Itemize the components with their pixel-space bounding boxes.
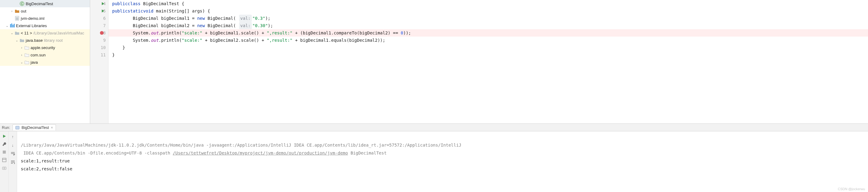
line-number: 7 bbox=[103, 22, 106, 29]
gutter-row[interactable]: 7 bbox=[90, 22, 108, 29]
run-panel-label: Run: bbox=[2, 125, 10, 130]
editor-gutter: 4567891011 bbox=[90, 0, 108, 123]
chevron-down-icon[interactable]: ⌄ bbox=[10, 31, 13, 35]
java-class-icon: C bbox=[20, 1, 25, 6]
chevron-down-icon[interactable]: ⌄ bbox=[15, 39, 18, 42]
svg-rect-5 bbox=[10, 24, 11, 28]
console-stdout-line: scale:2,result:false bbox=[21, 166, 72, 171]
code-editor: 4567891011 public class BigDecimalTest {… bbox=[90, 0, 868, 123]
code-line: } bbox=[108, 44, 868, 51]
tree-item[interactable]: ⌄External Libraries bbox=[0, 22, 90, 29]
svg-text:C: C bbox=[21, 2, 23, 5]
console-stdout-line: scale:1,result:true bbox=[21, 158, 70, 163]
tree-item-label: External Libraries bbox=[16, 24, 47, 28]
tree-item[interactable]: ⌄java bbox=[0, 59, 90, 66]
tree-item-suffix: library root bbox=[44, 38, 63, 43]
editor-code-area[interactable]: public class BigDecimalTest { public sta… bbox=[108, 0, 868, 123]
iml-icon bbox=[15, 16, 20, 21]
run-left-toolbar bbox=[0, 131, 8, 192]
gutter-row[interactable]: 10 bbox=[90, 44, 108, 51]
svg-rect-8 bbox=[14, 24, 15, 28]
run-config-tab[interactable]: BigDecimalTest × bbox=[12, 124, 56, 130]
run-config-name: BigDecimalTest bbox=[21, 125, 49, 130]
tree-item-label: BigDecimalTest bbox=[26, 2, 53, 6]
camera-icon[interactable] bbox=[2, 165, 7, 170]
gutter-row[interactable]: 4 bbox=[90, 0, 108, 7]
parameter-hint: val: bbox=[239, 15, 252, 22]
folder-gray-icon bbox=[20, 38, 25, 43]
run-mid-toolbar: ↑ ↓ bbox=[8, 131, 17, 192]
tree-item[interactable]: CBigDecimalTest bbox=[0, 0, 90, 7]
line-number: 6 bbox=[103, 15, 106, 22]
up-arrow-icon[interactable]: ↑ bbox=[10, 134, 16, 139]
layout-icon[interactable] bbox=[2, 158, 7, 162]
svg-point-14 bbox=[4, 167, 5, 169]
tree-item[interactable]: ›com.sun bbox=[0, 51, 90, 59]
svg-rect-13 bbox=[2, 167, 6, 169]
tree-item-label: java bbox=[31, 60, 38, 65]
svg-rect-4 bbox=[16, 19, 18, 20]
watermark-text: CSDN @jockerwu bbox=[838, 187, 865, 191]
scroll-end-icon[interactable] bbox=[10, 159, 16, 165]
tree-item[interactable]: ⌄< 11 > /Library/Java/JavaVirtualMac bbox=[0, 29, 90, 37]
chevron-down-icon[interactable]: ⌄ bbox=[20, 61, 23, 64]
chevron-right-icon[interactable]: › bbox=[20, 53, 23, 57]
project-tree: CBigDecimalTest›outjvm-demo.iml⌄External… bbox=[0, 0, 90, 123]
run-panel-body: ↑ ↓ /Library/Java/JavaVirtualMachines/jd… bbox=[0, 131, 868, 192]
code-line: System.out.println("scale:" + bigDecimal… bbox=[108, 29, 868, 37]
tree-item-label: java.base bbox=[26, 38, 43, 43]
line-number: 10 bbox=[100, 44, 106, 51]
code-line: BigDecimal bigDecimal2 = new BigDecimal(… bbox=[108, 22, 868, 29]
svg-rect-3 bbox=[16, 18, 18, 18]
breakpoint-icon[interactable] bbox=[100, 31, 103, 35]
tree-item-label: jvm-demo.iml bbox=[21, 16, 44, 21]
rerun-icon[interactable] bbox=[2, 134, 7, 139]
run-line-icon[interactable] bbox=[102, 2, 104, 5]
code-line: System.out.println("scale:" + bigDecimal… bbox=[108, 37, 868, 44]
dir-white-icon bbox=[25, 45, 29, 50]
code-line: public static void main(String[] args) { bbox=[108, 7, 868, 15]
gutter-row[interactable]: 6 bbox=[90, 15, 108, 22]
gutter-row[interactable]: 5 bbox=[90, 7, 108, 15]
svg-rect-10 bbox=[3, 151, 6, 154]
console-output[interactable]: /Library/Java/JavaVirtualMachines/jdk-11… bbox=[17, 131, 868, 192]
line-number: 9 bbox=[103, 37, 106, 44]
svg-rect-11 bbox=[2, 158, 6, 162]
code-line: BigDecimal bigDecimal1 = new BigDecimal(… bbox=[108, 15, 868, 22]
tree-item[interactable]: ›apple.security bbox=[0, 44, 90, 51]
tree-item-label: < 11 > bbox=[21, 31, 32, 35]
console-cmd-line: IDEA CE.app/Contents/bin -Dfile.encoding… bbox=[21, 151, 386, 155]
tree-item[interactable]: jvm-demo.iml bbox=[0, 15, 90, 22]
stop-icon[interactable] bbox=[2, 150, 7, 155]
down-arrow-icon[interactable]: ↓ bbox=[10, 142, 16, 148]
tree-item-label: com.sun bbox=[31, 53, 45, 57]
classpath-link[interactable]: /Users/tettwefret/Desktop/myproject/jvm-… bbox=[173, 151, 348, 155]
dir-white-icon bbox=[25, 60, 29, 65]
run-config-icon bbox=[15, 125, 20, 130]
svg-rect-9 bbox=[16, 126, 19, 129]
gutter-row[interactable]: 8 bbox=[90, 29, 108, 37]
run-panel-header: Run: BigDecimalTest × bbox=[0, 123, 868, 131]
chevron-down-icon[interactable]: ⌄ bbox=[5, 24, 8, 28]
wrench-icon[interactable] bbox=[2, 142, 7, 147]
tree-item-label: apple.security bbox=[31, 45, 55, 50]
soft-wrap-icon[interactable] bbox=[10, 151, 16, 156]
tree-item[interactable]: ⌄java.base library root bbox=[0, 37, 90, 44]
parameter-hint: val: bbox=[239, 22, 252, 29]
tree-item-label: out bbox=[21, 9, 26, 13]
close-icon[interactable]: × bbox=[51, 125, 53, 130]
chevron-right-icon[interactable]: › bbox=[20, 46, 23, 49]
gutter-row[interactable]: 9 bbox=[90, 37, 108, 44]
tree-item[interactable]: ›out bbox=[0, 7, 90, 15]
code-line: public class BigDecimalTest { bbox=[108, 0, 868, 7]
line-number: 11 bbox=[100, 51, 106, 59]
folder-orange-icon bbox=[15, 8, 20, 13]
libs-icon bbox=[10, 23, 15, 28]
chevron-right-icon[interactable]: › bbox=[10, 9, 13, 13]
svg-rect-6 bbox=[11, 24, 12, 28]
tree-item-suffix: /Library/Java/JavaVirtualMac bbox=[33, 31, 84, 35]
folder-gray-icon bbox=[15, 31, 20, 35]
console-cmd-line: /Library/Java/JavaVirtualMachines/jdk-11… bbox=[21, 143, 461, 148]
run-line-icon[interactable] bbox=[102, 9, 104, 12]
gutter-row[interactable]: 11 bbox=[90, 51, 108, 59]
